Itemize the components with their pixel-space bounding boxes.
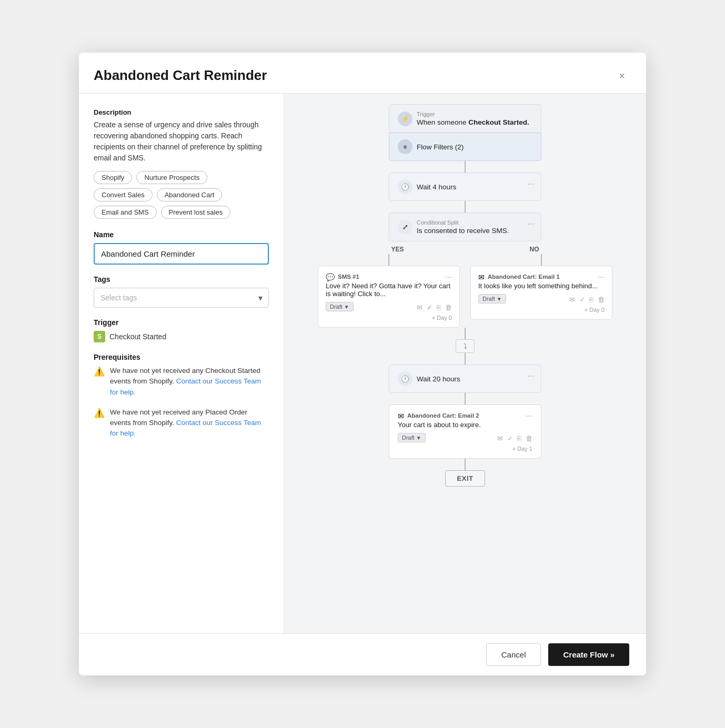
tags-field-group: Tags Select tags [94,275,269,308]
no-branch: ✉ Abandoned Cart: Email 1 ··· It looks l… [470,254,612,328]
filter-icon: ≡ [398,139,412,154]
conditional-dots[interactable]: ··· [528,219,535,229]
conditional-text: Is consented to receive SMS. [417,227,509,235]
conditional-row: ⤢ Conditional Split Is consented to rece… [398,219,532,235]
no-connector [541,254,542,266]
wait1-text: Wait 4 hours [417,183,456,191]
branches-row: 💬 SMS #1 ··· Love it? Need it? Gotta hav… [313,254,618,328]
wait2-node: 🕐 Wait 20 hours ··· [389,365,541,393]
trigger-row: S Checkout Started [94,331,269,342]
trigger-node-content: Trigger When someone Checkout Started. [417,111,529,126]
email2-footer: Draft ▼ ✉ ✓ ⎘ 🗑 [398,433,532,442]
filter-node: ≡ Flow Filters (2) [389,133,541,161]
draft-arrow-3: ▼ [416,435,421,441]
branch-labels: YES NO [313,246,618,253]
email1-actions: ✉ ✓ ⎘ 🗑 [569,296,605,304]
modal: Abandoned Cart Reminder × Description Cr… [79,53,646,675]
description-label: Description [94,108,269,116]
tags-placeholder: Select tags [100,294,137,302]
trigger-node-main: When someone Checkout Started. [417,118,529,126]
filter-node-row: ≡ Flow Filters (2) [398,139,532,154]
trigger-node-label: Trigger [417,111,529,117]
delete2-action-icon[interactable]: 🗑 [598,296,605,304]
name-field-group: Name [94,230,269,265]
tags-select[interactable]: Select tags [94,288,269,308]
email1-title-row: ✉ Abandoned Cart: Email 1 [478,273,560,281]
pill-email-sms: Email and SMS [94,206,157,219]
sms-dots[interactable]: ··· [445,272,452,282]
warning-icon-1: ⚠️ [94,366,105,377]
name-input[interactable] [94,243,269,265]
pill-nurture: Nurture Prospects [136,171,207,184]
trigger-label: Trigger [94,318,269,327]
shopify-icon: S [94,331,105,342]
sms-icon: 💬 [326,273,335,281]
merge-connector [465,328,466,339]
email2-title-row: ✉ Abandoned Cart: Email 2 [398,412,479,420]
trigger-node-row: ⚡ Trigger When someone Checkout Started. [398,111,532,126]
email-action-icon[interactable]: ✉ [417,304,422,311]
prereq-link-1[interactable]: Contact our Success Team for help. [110,377,261,396]
trigger-node: ⚡ Trigger When someone Checkout Started. [389,104,541,133]
check3-action-icon[interactable]: ✓ [507,434,513,442]
cancel-button[interactable]: Cancel [486,643,541,666]
email1-header: ✉ Abandoned Cart: Email 1 ··· [478,272,605,282]
sms-node: 💬 SMS #1 ··· Love it? Need it? Gotta hav… [318,266,460,328]
close-button[interactable]: × [615,68,629,83]
email2-icon: ✉ [398,412,404,420]
tags-select-wrapper: Select tags [94,288,269,308]
email1-label: Abandoned Cart: Email 1 [488,274,560,280]
email1-draft: Draft ▼ [478,294,506,304]
copy-action-icon[interactable]: ⎘ [437,304,441,311]
sms-day: Day 0 [326,315,452,321]
email1-dots[interactable]: ··· [598,272,605,282]
prereq-link-2[interactable]: Contact our Success Team for help. [110,419,261,437]
connector-2 [465,201,466,213]
sms-header: 💬 SMS #1 ··· [326,272,452,282]
conditional-icon: ⤢ [398,220,412,235]
wait2-icon: 🕐 [398,371,412,386]
copy2-action-icon[interactable]: ⎘ [589,296,593,304]
sms-title-row: 💬 SMS #1 [326,273,359,281]
email1-text: It looks like you left something behind.… [478,282,605,290]
draft-arrow: ▼ [344,304,349,310]
yes-branch: 💬 SMS #1 ··· Love it? Need it? Gotta hav… [318,254,460,328]
flow-diagram: ⚡ Trigger When someone Checkout Started.… [293,104,638,497]
prereq-text-1: We have not yet received any Checkout St… [110,366,269,398]
prerequisites-label: Prerequisites [94,353,269,361]
left-panel: Description Create a sense of urgency an… [79,94,284,633]
delete3-action-icon[interactable]: 🗑 [526,434,532,442]
modal-title: Abandoned Cart Reminder [94,67,267,84]
right-panel: ⚡ Trigger When someone Checkout Started.… [284,94,646,633]
merge-connector-2 [465,353,466,365]
email2-dots[interactable]: ··· [526,411,532,421]
email2-header: ✉ Abandoned Cart: Email 2 ··· [398,411,532,421]
email2-draft: Draft ▼ [398,433,426,442]
connector-5 [465,459,466,470]
prereq-item-2: ⚠️ We have not yet received any Placed O… [94,407,269,439]
prerequisites-section: Prerequisites ⚠️ We have not yet receive… [94,353,269,439]
email2-node: ✉ Abandoned Cart: Email 2 ··· Your cart … [389,405,541,459]
copy3-action-icon[interactable]: ⎘ [517,434,521,442]
email2-actions: ✉ ✓ ⎘ 🗑 [497,434,532,442]
wait2-dots[interactable]: ··· [528,371,535,381]
wait1-row: 🕐 Wait 4 hours [398,179,532,194]
conditional-node: ⤢ Conditional Split Is consented to rece… [389,213,541,241]
wait1-icon: 🕐 [398,179,412,194]
prereq-item-1: ⚠️ We have not yet received any Checkout… [94,366,269,398]
email2-text: Your cart is about to expire. [398,421,532,429]
create-flow-button[interactable]: Create Flow » [548,643,629,666]
check2-action-icon[interactable]: ✓ [579,296,585,304]
description-text: Create a sense of urgency and drive sale… [94,119,269,164]
modal-body: Description Create a sense of urgency an… [79,94,646,633]
delete-action-icon[interactable]: 🗑 [445,304,452,311]
wait2-row: 🕐 Wait 20 hours [398,371,532,386]
wait1-dots[interactable]: ··· [528,179,535,189]
no-label: NO [529,246,539,253]
trigger-node-icon: ⚡ [398,112,412,126]
email2-label: Abandoned Cart: Email 2 [407,412,479,419]
email1-action-icon[interactable]: ✉ [569,296,575,304]
email2-action-icon[interactable]: ✉ [497,434,503,442]
merge-col: ⤵ [456,328,475,365]
check-action-icon[interactable]: ✓ [427,304,432,311]
